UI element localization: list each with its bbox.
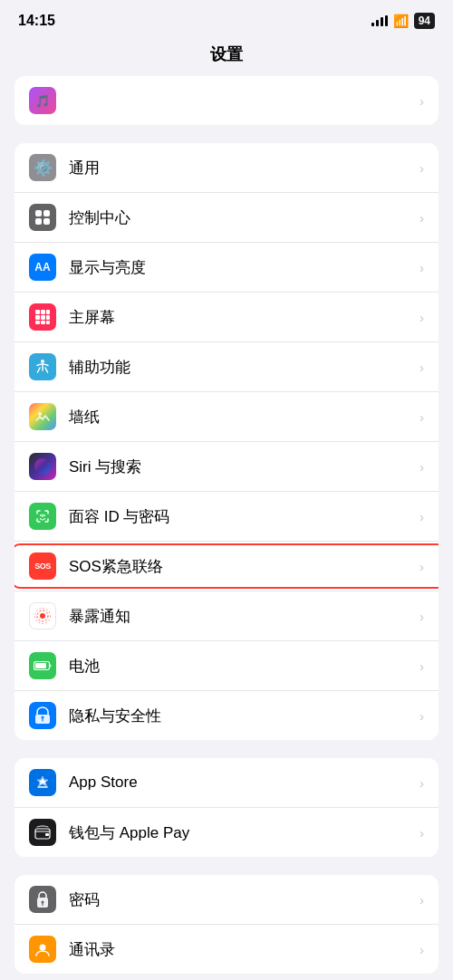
- sidebar-item-wallet[interactable]: 钱包与 Apple Pay ›: [14, 808, 439, 857]
- sidebar-item-control-center[interactable]: 控制中心 ›: [14, 193, 439, 243]
- sidebar-item-passwords[interactable]: 密码 ›: [14, 875, 439, 925]
- settings-group-1: ⚙️ 通用 › 控制中心 › AA 显示与亮度 ›: [14, 143, 439, 740]
- accessibility-icon: [29, 353, 56, 380]
- svg-rect-9: [46, 315, 50, 320]
- sidebar-item-wallpaper[interactable]: 墙纸 ›: [14, 392, 439, 442]
- page-header: 设置: [0, 36, 453, 76]
- battery-level: 94: [419, 14, 430, 27]
- battery-indicator: 94: [414, 13, 435, 29]
- svg-rect-11: [41, 321, 45, 324]
- control-center-chevron: ›: [419, 210, 424, 226]
- sidebar-item-general[interactable]: ⚙️ 通用 ›: [14, 143, 439, 193]
- display-icon: AA: [29, 254, 56, 281]
- svg-rect-7: [35, 315, 40, 320]
- svg-point-27: [40, 945, 46, 951]
- signal-icon: [371, 15, 388, 26]
- contacts-icon: [29, 936, 56, 963]
- siri-icon: [29, 453, 56, 480]
- appstore-label: App Store: [69, 773, 412, 792]
- exposure-label: 暴露通知: [69, 606, 412, 627]
- display-label: 显示与亮度: [69, 257, 412, 278]
- battery-icon: [29, 652, 56, 679]
- settings-group-3: 密码 › 通讯录 ›: [14, 875, 439, 974]
- svg-point-17: [40, 613, 45, 619]
- accessibility-chevron: ›: [419, 360, 424, 375]
- siri-label: Siri 与搜索: [69, 456, 412, 477]
- sidebar-item-battery[interactable]: 电池 ›: [14, 641, 439, 691]
- exposure-icon: [29, 602, 56, 629]
- wallet-icon: [29, 819, 56, 846]
- sidebar-item-faceid[interactable]: 面容 ID 与密码 ›: [14, 492, 439, 542]
- status-time: 14:15: [18, 13, 55, 29]
- status-icons: 📶 94: [371, 13, 435, 29]
- partial-top-card: 🎵 ›: [14, 76, 439, 125]
- svg-point-16: [43, 514, 45, 516]
- settings-group-2: App Store › 钱包与 Apple Pay ›: [14, 758, 439, 857]
- sidebar-item-privacy[interactable]: 隐私与安全性 ›: [14, 691, 439, 740]
- homescreen-label: 主屏幕: [69, 307, 412, 328]
- sidebar-item-accessibility[interactable]: 辅助功能 ›: [14, 342, 439, 392]
- partial-chevron: ›: [419, 93, 424, 109]
- homescreen-chevron: ›: [419, 310, 424, 325]
- privacy-chevron: ›: [419, 708, 424, 724]
- faceid-label: 面容 ID 与密码: [69, 506, 412, 527]
- svg-point-13: [41, 360, 44, 363]
- control-center-label: 控制中心: [69, 207, 412, 228]
- appstore-icon: [29, 769, 56, 796]
- faceid-chevron: ›: [419, 509, 424, 524]
- svg-rect-3: [43, 218, 50, 225]
- sos-label: SOS紧急联络: [69, 556, 412, 577]
- svg-rect-1: [43, 210, 50, 216]
- sidebar-item-siri[interactable]: Siri 与搜索 ›: [14, 442, 439, 492]
- wallpaper-chevron: ›: [419, 409, 424, 425]
- control-center-icon: [29, 204, 56, 231]
- svg-rect-8: [41, 315, 45, 320]
- general-icon: ⚙️: [29, 154, 56, 181]
- privacy-label: 隐私与安全性: [69, 706, 412, 726]
- svg-rect-10: [35, 321, 40, 324]
- svg-rect-2: [35, 218, 42, 225]
- svg-point-14: [38, 412, 42, 416]
- general-label: 通用: [69, 158, 412, 178]
- page-title: 设置: [210, 45, 243, 63]
- svg-rect-12: [46, 321, 50, 324]
- partial-icon: 🎵: [29, 87, 56, 114]
- sidebar-item-sos[interactable]: SOS SOS紧急联络 ›: [14, 542, 439, 591]
- sos-chevron: ›: [419, 559, 424, 574]
- wallet-chevron: ›: [419, 825, 424, 841]
- svg-rect-21: [35, 663, 46, 668]
- homescreen-icon: [29, 303, 56, 331]
- svg-rect-6: [46, 310, 50, 314]
- passwords-chevron: ›: [419, 892, 424, 908]
- sidebar-item-contacts[interactable]: 通讯录 ›: [14, 925, 439, 974]
- passwords-icon: [29, 886, 56, 913]
- sidebar-item-exposure[interactable]: 暴露通知 ›: [14, 591, 439, 641]
- sidebar-item-appstore[interactable]: App Store ›: [14, 758, 439, 808]
- general-chevron: ›: [419, 160, 424, 176]
- wallpaper-icon: [29, 403, 56, 430]
- sidebar-item-display[interactable]: AA 显示与亮度 ›: [14, 243, 439, 293]
- svg-rect-4: [35, 310, 40, 314]
- contacts-label: 通讯录: [69, 939, 412, 960]
- wallet-label: 钱包与 Apple Pay: [69, 822, 412, 843]
- wifi-icon: 📶: [393, 14, 409, 28]
- siri-chevron: ›: [419, 459, 424, 475]
- wallpaper-label: 墙纸: [69, 407, 412, 428]
- svg-rect-24: [45, 833, 49, 836]
- appstore-chevron: ›: [419, 775, 424, 791]
- svg-point-15: [40, 514, 42, 516]
- contacts-chevron: ›: [419, 942, 424, 957]
- battery-label: 电池: [69, 656, 412, 677]
- display-chevron: ›: [419, 260, 424, 275]
- partial-item[interactable]: 🎵 ›: [14, 76, 439, 125]
- sidebar-item-homescreen[interactable]: 主屏幕 ›: [14, 293, 439, 342]
- faceid-icon: [29, 503, 56, 530]
- battery-chevron: ›: [419, 658, 424, 674]
- accessibility-label: 辅助功能: [69, 357, 412, 378]
- svg-rect-0: [35, 210, 42, 216]
- sos-text: SOS: [34, 562, 51, 571]
- sos-icon: SOS: [29, 552, 56, 580]
- passwords-label: 密码: [69, 889, 412, 910]
- exposure-chevron: ›: [419, 609, 424, 624]
- svg-rect-5: [41, 310, 45, 314]
